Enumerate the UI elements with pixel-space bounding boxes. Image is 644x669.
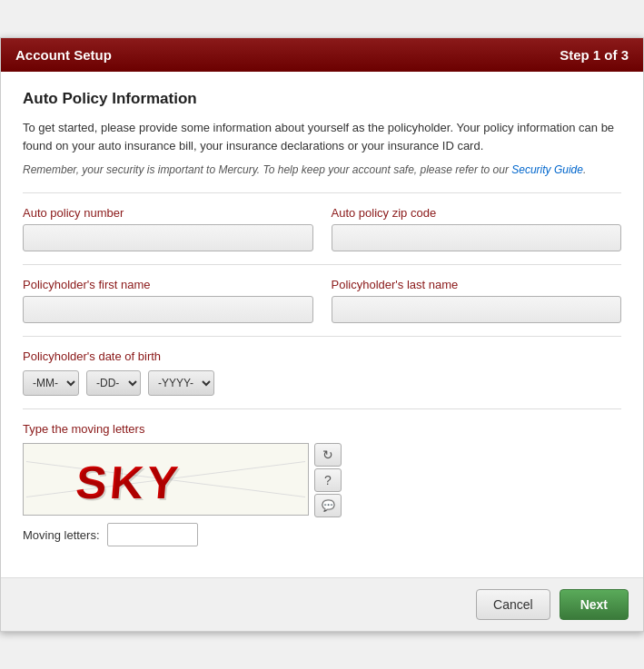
moving-letters-input[interactable] <box>107 523 198 546</box>
audio-icon: 💬 <box>322 499 335 512</box>
dob-selects: -MM- -DD- -YYYY- <box>23 370 621 396</box>
name-section: Policyholder's first name Policyholder's… <box>23 264 621 336</box>
help-icon: ? <box>324 473 332 487</box>
auto-policy-zip-input[interactable] <box>332 224 622 251</box>
dob-day-select[interactable]: -DD- <box>86 370 141 396</box>
captcha-label: Type the moving letters <box>23 422 621 436</box>
policy-row: Auto policy number Auto policy zip code <box>23 206 621 251</box>
security-guide-link[interactable]: Security Guide <box>511 163 583 176</box>
name-row: Policyholder's first name Policyholder's… <box>23 278 621 323</box>
captcha-refresh-button[interactable]: ↻ <box>314 443 342 467</box>
dob-month-select[interactable]: -MM- <box>23 370 79 396</box>
header-bar: Account Setup Step 1 of 3 <box>1 38 643 72</box>
auto-policy-number-input[interactable] <box>23 224 313 251</box>
first-name-label: Policyholder's first name <box>23 278 313 291</box>
captcha-audio-button[interactable]: 💬 <box>314 494 342 517</box>
captcha-help-button[interactable]: ? <box>314 468 342 492</box>
dob-label: Policyholder's date of birth <box>23 349 621 363</box>
last-name-label: Policyholder's last name <box>332 278 622 291</box>
last-name-group: Policyholder's last name <box>332 278 622 323</box>
header-step: Step 1 of 3 <box>560 47 629 63</box>
policy-info-section: Auto policy number Auto policy zip code <box>23 192 621 264</box>
captcha-section: Type the moving letters SKY SKY <box>23 408 621 559</box>
last-name-input[interactable] <box>332 296 622 323</box>
cancel-button[interactable]: Cancel <box>476 589 550 620</box>
refresh-icon: ↻ <box>322 448 333 462</box>
moving-letters-row: Moving letters: <box>23 523 621 546</box>
captcha-image-box: SKY SKY <box>23 443 309 516</box>
dob-year-select[interactable]: -YYYY- <box>148 370 214 396</box>
auto-policy-zip-group: Auto policy zip code <box>332 206 622 251</box>
captcha-container: SKY SKY ↻ ? 💬 <box>23 443 621 517</box>
account-setup-window: Account Setup Step 1 of 3 Auto Policy In… <box>0 37 644 632</box>
security-note: Remember, your security is important to … <box>23 163 621 176</box>
auto-policy-zip-label: Auto policy zip code <box>332 206 622 220</box>
captcha-action-buttons: ↻ ? 💬 <box>314 443 342 517</box>
captcha-svg: SKY SKY <box>24 444 308 515</box>
main-content: Auto Policy Information To get started, … <box>1 72 643 577</box>
footer-bar: Cancel Next <box>1 577 643 631</box>
moving-letters-label: Moving letters: <box>23 528 100 542</box>
auto-policy-number-group: Auto policy number <box>23 206 313 251</box>
next-button[interactable]: Next <box>560 589 629 620</box>
svg-text:SKY: SKY <box>75 458 185 510</box>
intro-text: To get started, please provide some info… <box>23 119 621 154</box>
auto-policy-number-label: Auto policy number <box>23 206 313 220</box>
first-name-input[interactable] <box>23 296 313 323</box>
first-name-group: Policyholder's first name <box>23 278 313 323</box>
header-title: Account Setup <box>15 47 112 63</box>
dob-section: Policyholder's date of birth -MM- -DD- -… <box>23 336 621 408</box>
section-title: Auto Policy Information <box>23 90 621 108</box>
